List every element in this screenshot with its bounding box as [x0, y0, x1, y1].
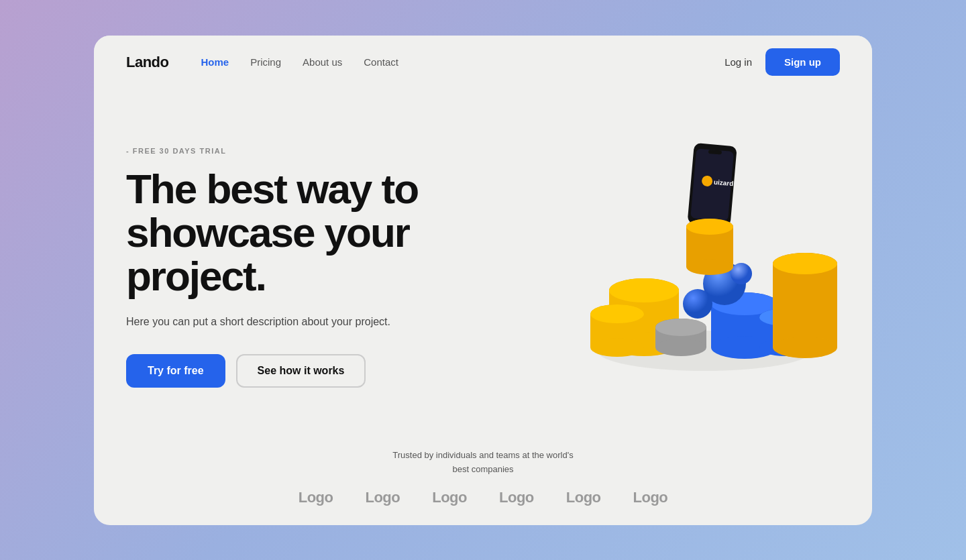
hero-buttons: Try for free See how it works [126, 354, 515, 388]
svg-point-4 [609, 278, 679, 302]
trial-badge: - FREE 30 DAYS TRIAL [126, 147, 515, 155]
main-card: Lando Home Pricing About us Contact Log … [94, 36, 872, 525]
svg-point-26 [683, 289, 712, 319]
svg-point-24 [773, 253, 837, 274]
nav-home[interactable]: Home [201, 56, 229, 68]
navbar: Lando Home Pricing About us Contact Log … [94, 36, 872, 89]
logo: Lando [126, 54, 169, 71]
hero-title: The best way to showcase your project. [126, 167, 515, 298]
nav-links: Home Pricing About us Contact [201, 56, 725, 68]
hero-description: Here you can put a short description abo… [126, 314, 515, 330]
hero-content: - FREE 30 DAYS TRIAL The best way to sho… [126, 147, 515, 388]
nav-contact[interactable]: Contact [364, 56, 398, 68]
see-how-button[interactable]: See how it works [236, 354, 366, 388]
login-button[interactable]: Log in [724, 56, 752, 68]
logo-row: Logo Logo Logo Logo Logo Logo [126, 489, 840, 506]
svg-point-7 [590, 338, 644, 357]
hero-illustration: uizard [564, 89, 845, 384]
trusted-text: Trusted by individuals and teams at the … [126, 449, 840, 477]
company-logo-6: Logo [633, 489, 668, 506]
company-logo-1: Logo [299, 489, 333, 506]
svg-point-27 [731, 263, 752, 284]
svg-point-8 [590, 304, 644, 323]
company-logo-2: Logo [365, 489, 400, 506]
signup-button[interactable]: Sign up [765, 48, 840, 76]
svg-point-23 [773, 337, 837, 358]
svg-point-11 [655, 339, 706, 356]
trusted-section: Trusted by individuals and teams at the … [94, 433, 872, 525]
company-logo-3: Logo [432, 489, 467, 506]
nav-about[interactable]: About us [303, 56, 342, 68]
svg-point-36 [686, 219, 733, 235]
try-for-free-button[interactable]: Try for free [126, 354, 225, 388]
company-logo-5: Logo [566, 489, 601, 506]
nav-actions: Log in Sign up [724, 48, 840, 76]
company-logo-4: Logo [499, 489, 534, 506]
nav-pricing[interactable]: Pricing [250, 56, 281, 68]
svg-rect-22 [773, 264, 837, 347]
svg-point-12 [655, 319, 706, 336]
svg-point-35 [686, 259, 733, 275]
hero-section: - FREE 30 DAYS TRIAL The best way to sho… [94, 89, 872, 433]
